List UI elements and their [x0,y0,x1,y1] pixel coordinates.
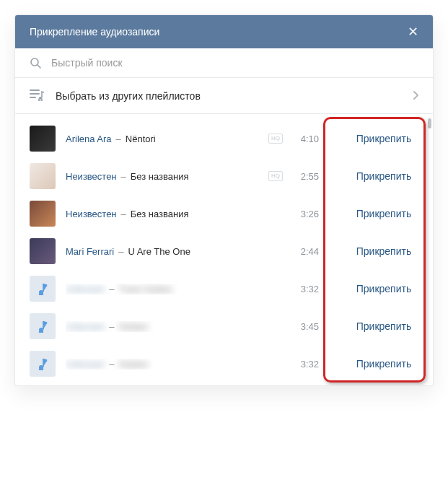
track-info: Arilena Ara–Nëntori [66,134,258,144]
separator: – [109,284,114,294]
track-title: Nëntori [126,134,156,144]
close-icon[interactable]: ✕ [408,25,418,38]
search-row [15,48,433,78]
attach-button[interactable]: Прикрепить [349,245,418,257]
svg-point-5 [39,97,42,100]
attach-button[interactable]: Прикрепить [349,358,418,370]
track-list: Arilena Ara–NëntoriHQ4:10ПрикрепитьНеизв… [15,114,433,385]
hq-badge: HQ [268,171,283,181]
separator: – [109,321,114,332]
attach-audio-modal: Прикрепление аудиозаписи ✕ Выбрать из др… [14,14,434,386]
track-info: Unknown–Hidden [66,321,286,332]
track-cover [30,201,56,227]
track-artist: Неизвестен [66,209,117,219]
chevron-right-icon [413,90,418,102]
track-artist: Arilena Ara [66,134,112,144]
track-row[interactable]: Неизвестен–Без названияHQ2:55Прикрепить [15,157,433,195]
track-title: Без названия [131,171,189,182]
track-cover [30,126,56,152]
separator: – [121,209,126,219]
track-row[interactable]: Mari Ferrari–U Are The One2:44Прикрепить [15,232,433,270]
hq-badge: HQ [268,134,283,144]
playlist-icon [30,88,44,103]
attach-button[interactable]: Прикрепить [349,133,418,144]
attach-button[interactable]: Прикрепить [349,208,418,219]
track-info: Unknown–Hidden [66,359,286,370]
attach-button[interactable]: Прикрепить [349,283,418,294]
track-artist: Unknown [66,284,105,294]
track-title: Hidden [118,321,148,332]
track-duration: 3:32 [296,284,319,294]
track-cover [30,313,56,339]
track-info: Неизвестен–Без названия [66,171,258,182]
track-cover [30,351,56,377]
modal-container: Прикрепление аудиозаписи ✕ Выбрать из др… [0,0,448,401]
separator: – [116,134,121,144]
track-info: Unknown–Track hidden [66,284,286,294]
track-title: Track hidden [118,284,172,294]
track-cover [30,163,56,189]
track-duration: 3:32 [296,359,319,370]
track-info: Неизвестен–Без названия [66,209,286,219]
separator: – [118,246,123,257]
track-info: Mari Ferrari–U Are The One [66,246,286,257]
track-row[interactable]: Unknown–Hidden3:45Прикрепить [15,307,433,345]
track-title: Hidden [118,359,148,370]
track-cover [30,238,56,264]
track-duration: 4:10 [296,134,319,144]
track-duration: 3:45 [296,321,319,332]
track-cover [30,276,56,302]
track-row[interactable]: Неизвестен–Без названия3:26Прикрепить [15,195,433,232]
choose-other-playlists-label: Выбрать из других плейлистов [56,90,401,102]
attach-button[interactable]: Прикрепить [349,320,418,332]
svg-point-6 [39,290,43,294]
track-duration: 2:44 [296,246,319,257]
search-input[interactable] [51,57,418,69]
svg-point-10 [39,365,43,370]
track-artist: Неизвестен [66,171,117,182]
separator: – [121,171,126,182]
track-duration: 3:26 [296,209,319,219]
track-duration: 2:55 [296,171,319,182]
track-artist: Unknown [66,321,105,332]
track-row[interactable]: Unknown–Track hidden3:32Прикрепить [15,270,433,307]
svg-line-1 [38,65,40,68]
svg-point-8 [39,328,43,332]
scrollbar-thumb[interactable] [428,118,431,128]
modal-header: Прикрепление аудиозаписи ✕ [15,15,433,48]
track-row[interactable]: Unknown–Hidden3:32Прикрепить [15,345,433,383]
track-title: Без названия [131,209,189,219]
attach-button[interactable]: Прикрепить [349,170,418,182]
track-row[interactable]: Arilena Ara–NëntoriHQ4:10Прикрепить [15,120,433,157]
track-title: U Are The One [128,246,190,257]
choose-other-playlists[interactable]: Выбрать из других плейлистов [15,78,433,114]
track-artist: Mari Ferrari [66,246,114,257]
separator: – [109,359,114,370]
modal-title: Прикрепление аудиозаписи [30,26,159,38]
search-icon [30,57,41,69]
track-artist: Unknown [66,359,105,370]
